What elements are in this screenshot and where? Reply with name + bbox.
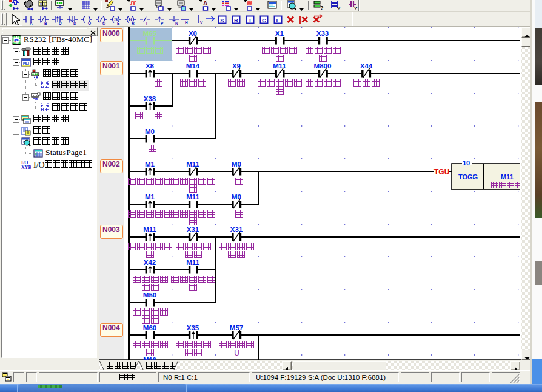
svg-text:N: N [175,21,178,25]
svg-text:?: ? [354,5,358,11]
svg-text:E: E [117,21,120,25]
svg-text:A: A [203,0,207,7]
svg-text:B: B [44,21,47,25]
svg-text:H: H [185,21,188,25]
svg-text:?: ? [320,5,324,11]
svg-text:C: C [262,17,266,24]
svg-text:D: D [73,21,76,25]
svg-text:F: F [276,17,280,24]
svg-text:?: ? [337,5,341,11]
svg-text:V: V [200,21,203,25]
svg-text:A: A [30,21,33,25]
svg-text:R: R [234,17,238,24]
svg-text:T: T [249,17,252,24]
svg-text:S: S [220,17,224,24]
svg-text:O: O [88,21,91,25]
svg-text:XYR: XYR [21,165,31,170]
svg-text:I: I [146,21,147,25]
svg-text:Q: Q [102,21,105,26]
svg-text:R: R [132,21,135,25]
svg-text:U: U [59,21,62,25]
svg-text:P: P [161,21,164,25]
